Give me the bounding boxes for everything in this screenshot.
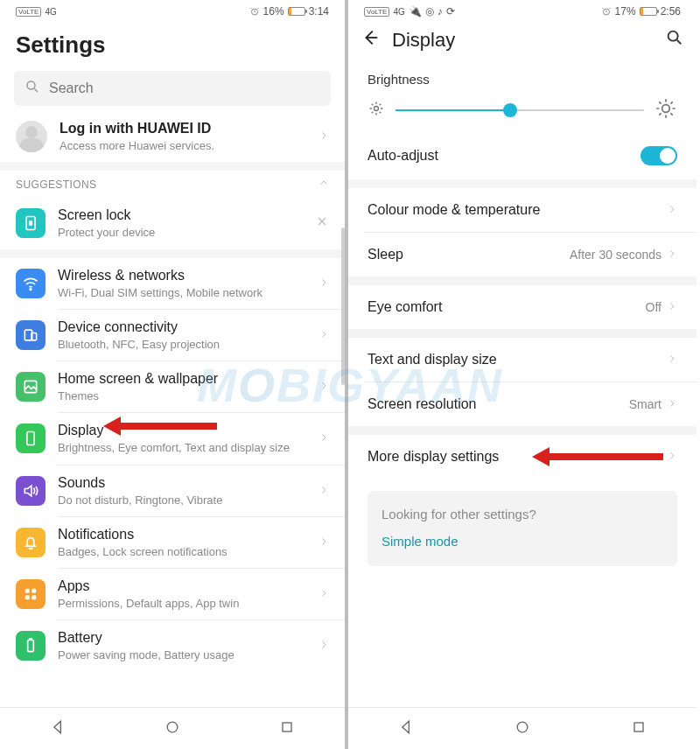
display-header: Display: [348, 23, 696, 60]
list-item-home-screen[interactable]: Home screen & wallpaperThemes: [0, 361, 345, 412]
chevron-right-icon: [667, 247, 677, 262]
row-label: Sleep: [368, 247, 570, 262]
nav-recents-icon[interactable]: [278, 718, 296, 739]
suggestion-label: Screen lock: [58, 206, 303, 224]
row-label: Eye comfort: [368, 299, 646, 315]
chevron-right-icon: [318, 276, 329, 291]
battery-icon: [288, 7, 305, 16]
battery-icon: [16, 631, 46, 661]
suggestions-header[interactable]: SUGGESTIONS: [0, 171, 345, 198]
chevron-right-icon: [318, 535, 329, 550]
login-row[interactable]: Log in with HUAWEI ID Access more Huawei…: [0, 111, 345, 162]
status-right-icons: 16% 3:14: [249, 5, 329, 18]
list-item-sounds[interactable]: SoundsDo not disturb, Ringtone, Vibrate: [0, 466, 345, 516]
svg-point-19: [374, 107, 379, 111]
item-sub: Wi-Fi, Dual SIM settings, Mobile network: [58, 286, 306, 300]
toggle-switch[interactable]: [640, 146, 677, 165]
brightness-slider[interactable]: [396, 102, 644, 119]
list-item-wireless[interactable]: Wireless & networksWi-Fi, Dual SIM setti…: [0, 258, 345, 309]
row-label: More display settings: [368, 449, 667, 465]
row-colour-mode[interactable]: Colour mode & temperature: [348, 188, 696, 232]
avatar-icon: [16, 121, 47, 152]
list-item-battery[interactable]: BatteryPower saving mode, Battery usage: [0, 620, 345, 662]
svg-point-1: [27, 81, 35, 89]
status-right-icons: 17% 2:56: [601, 5, 681, 18]
gallery-icon: [16, 372, 46, 402]
chevron-right-icon: [318, 129, 329, 144]
bell-icon: [16, 528, 46, 557]
page-title: Settings: [0, 23, 345, 66]
nav-home-icon[interactable]: [164, 718, 181, 739]
search-input[interactable]: [14, 71, 331, 106]
row-eye-comfort[interactable]: Eye comfort Off: [348, 285, 696, 329]
suggestions-label: SUGGESTIONS: [16, 178, 96, 191]
volte-icon: VoLTE: [16, 7, 41, 17]
list-item-apps[interactable]: AppsPermissions, Default apps, App twin: [0, 569, 345, 620]
list-item-notifications[interactable]: NotificationsBadges, Lock screen notific…: [0, 517, 345, 568]
list-item-device-connectivity[interactable]: Device connectivityBluetooth, NFC, Easy …: [0, 310, 345, 360]
item-label: Notifications: [58, 526, 306, 543]
wifi-icon: [16, 269, 46, 298]
chevron-right-icon: [318, 483, 329, 499]
item-sub: Do not disturb, Ringtone, Vibrate: [58, 494, 306, 508]
row-sleep[interactable]: Sleep After 30 seconds: [348, 233, 696, 276]
back-icon[interactable]: [360, 28, 380, 52]
login-title: Log in with HUAWEI ID: [60, 120, 306, 137]
list-item-display[interactable]: DisplayBrightness, Eye comfort, Text and…: [0, 413, 345, 464]
close-icon[interactable]: [315, 214, 329, 232]
search-icon[interactable]: [665, 28, 684, 52]
item-sub: Badges, Lock screen notifications: [58, 545, 306, 559]
scrollbar[interactable]: [341, 228, 345, 385]
search-field[interactable]: [49, 80, 320, 96]
chevron-right-icon: [667, 202, 677, 218]
svg-point-20: [662, 105, 670, 113]
page-title: Display: [392, 29, 653, 52]
usb-icon: 🔌: [409, 5, 422, 18]
tiktok-icon: ♪: [438, 5, 443, 18]
nav-back-icon[interactable]: [397, 718, 415, 739]
svg-rect-8: [27, 432, 34, 445]
svg-rect-13: [28, 640, 34, 652]
chevron-right-icon: [667, 352, 677, 368]
nav-bar: [0, 707, 345, 749]
nav-recents-icon[interactable]: [630, 718, 648, 739]
chevron-right-icon: [318, 586, 329, 602]
chevron-right-icon: [667, 299, 677, 315]
svg-rect-16: [283, 723, 291, 732]
row-value: Smart: [629, 397, 662, 411]
settings-screen: VoLTE 4G 16% 3:14 Settings Log in with H…: [0, 0, 348, 749]
nav-back-icon[interactable]: [49, 718, 66, 739]
chevron-up-icon[interactable]: [318, 178, 329, 191]
auto-adjust-row[interactable]: Auto-adjust: [348, 132, 696, 179]
item-label: Apps: [58, 578, 306, 595]
item-label: Wireless & networks: [58, 267, 306, 284]
battery-percent: 17%: [615, 5, 636, 18]
svg-rect-9: [25, 589, 29, 592]
suggestion-screen-lock[interactable]: Screen lock Protect your device: [0, 198, 345, 248]
nav-home-icon[interactable]: [514, 718, 531, 739]
alarm-icon: [249, 6, 260, 17]
auto-adjust-label: Auto-adjust: [368, 148, 640, 164]
status-left-icons: VoLTE 4G 🔌 ◎ ♪ ⟳: [364, 5, 455, 18]
brightness-slider-row: [348, 90, 696, 132]
row-more-display-settings[interactable]: More display settings: [348, 435, 696, 479]
row-label: Colour mode & temperature: [368, 202, 667, 218]
lock-icon: [16, 208, 46, 238]
simple-mode-link[interactable]: Simple mode: [382, 534, 663, 549]
row-screen-resolution[interactable]: Screen resolution Smart: [348, 382, 696, 426]
chevron-right-icon: [318, 430, 329, 446]
alarm-icon: [601, 6, 612, 17]
item-sub: Themes: [58, 389, 306, 403]
svg-point-18: [668, 32, 678, 41]
chevron-right-icon: [318, 379, 329, 395]
item-label: Device connectivity: [58, 318, 306, 336]
svg-rect-22: [634, 723, 643, 732]
row-text-size[interactable]: Text and display size: [348, 338, 696, 382]
item-label: Sounds: [58, 474, 306, 492]
item-sub: Bluetooth, NFC, Easy projection: [58, 338, 306, 352]
svg-rect-12: [32, 596, 36, 599]
sync-icon: ⟳: [446, 5, 455, 18]
svg-point-4: [30, 288, 32, 290]
clock-time: 2:56: [661, 5, 681, 18]
volte-icon: VoLTE: [364, 7, 389, 17]
